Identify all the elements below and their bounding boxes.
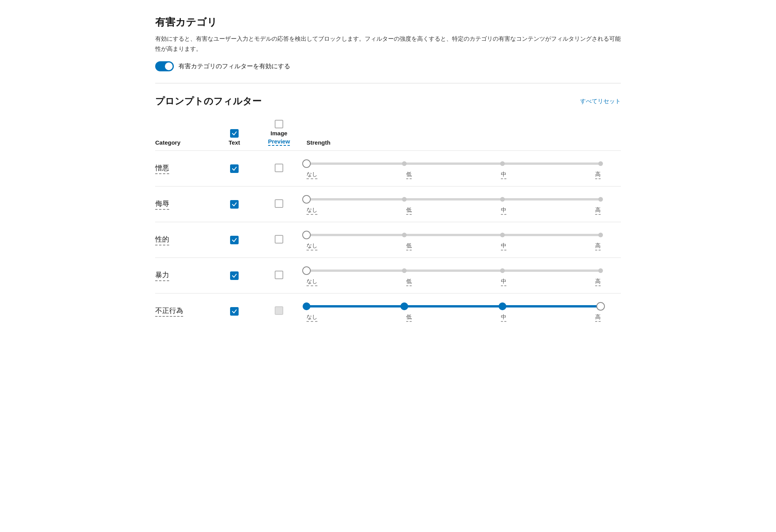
- col-header-text: Text: [217, 117, 256, 151]
- filter-section-title: プロンプトのフィルター: [155, 95, 262, 107]
- slider-dot: [598, 268, 603, 273]
- slider-thumb[interactable]: [302, 231, 311, 239]
- slider-label: 中: [501, 207, 506, 215]
- slider-label: なし: [307, 314, 317, 322]
- slider-thumb[interactable]: [302, 195, 311, 204]
- category-cell: 侮辱: [155, 187, 217, 222]
- image-checkbox[interactable]: [275, 235, 283, 244]
- category-name: 性的: [155, 235, 169, 245]
- text-checkbox[interactable]: [230, 164, 239, 173]
- slider-label: 低: [406, 207, 412, 215]
- filter-table: Category Text: [155, 117, 621, 329]
- slider-label: 高: [595, 314, 601, 322]
- image-checkbox[interactable]: [275, 164, 283, 172]
- slider-dot: [500, 161, 505, 166]
- strength-cell: なし低中高: [307, 222, 621, 258]
- col-header-image: Image Preview: [256, 117, 307, 151]
- image-checkbox-cell: [256, 222, 307, 258]
- text-checkbox-cell: [217, 258, 256, 294]
- slider-track[interactable]: [307, 198, 601, 200]
- image-checkbox-cell: [256, 187, 307, 222]
- category-name: 不正行為: [155, 306, 183, 317]
- section-description: 有効にすると、有害なユーザー入力とモデルの応答を検出してブロックします。フィルタ…: [155, 34, 621, 54]
- col-header-strength: Strength: [307, 117, 621, 151]
- text-checkbox-cell: [217, 187, 256, 222]
- text-checkbox[interactable]: [230, 200, 239, 209]
- text-header-checkbox[interactable]: [230, 129, 239, 138]
- slider-thumb[interactable]: [303, 302, 310, 310]
- slider-thumb[interactable]: [302, 159, 311, 168]
- reset-all-button[interactable]: すべてリセット: [580, 98, 621, 105]
- slider-label: 中: [501, 242, 506, 250]
- slider-label: 低: [406, 242, 412, 250]
- slider-label: 低: [406, 278, 412, 286]
- table-row: 侮辱なし低中高: [155, 187, 621, 222]
- image-checkbox-cell: [256, 294, 307, 329]
- filter-section: プロンプトのフィルター すべてリセット Category: [155, 95, 621, 329]
- image-preview-label: Preview: [268, 138, 290, 146]
- toggle-row: 有害カテゴリのフィルターを有効にする: [155, 61, 621, 71]
- slider-track[interactable]: [307, 234, 601, 236]
- section-title: 有害カテゴリ: [155, 16, 621, 29]
- slider-label: なし: [307, 278, 317, 286]
- table-row: 不正行為なし低中高: [155, 294, 621, 329]
- table-row: 暴力なし低中高: [155, 258, 621, 294]
- image-header-checkbox[interactable]: [275, 120, 283, 128]
- strength-cell: なし低中高: [307, 187, 621, 222]
- toggle-label: 有害カテゴリのフィルターを有効にする: [178, 62, 290, 71]
- slider-dot: [402, 233, 407, 237]
- slider-label: 高: [595, 207, 601, 215]
- slider-dot: [402, 161, 407, 166]
- image-checkbox-disabled: [275, 306, 283, 315]
- slider-track[interactable]: [307, 305, 601, 307]
- slider-label: 高: [595, 171, 601, 179]
- slider-label: 低: [406, 314, 412, 322]
- image-checkbox-cell: [256, 258, 307, 294]
- slider-label: 中: [501, 314, 506, 322]
- harmful-category-section: 有害カテゴリ 有効にすると、有害なユーザー入力とモデルの応答を検出してブロックし…: [155, 16, 621, 83]
- slider-label: 低: [406, 171, 412, 179]
- slider-dot: [598, 197, 603, 202]
- slider-dot: [598, 233, 603, 237]
- slider-dot: [500, 233, 505, 237]
- text-checkbox-cell: [217, 222, 256, 258]
- slider-dot: [500, 268, 505, 273]
- category-name: 侮辱: [155, 199, 169, 210]
- slider-track[interactable]: [307, 162, 601, 165]
- slider-label: 高: [595, 278, 601, 286]
- slider-thumb[interactable]: [302, 266, 311, 275]
- slider-dot: [402, 268, 407, 273]
- table-row: 憎悪なし低中高: [155, 151, 621, 187]
- slider-track[interactable]: [307, 269, 601, 272]
- image-checkbox[interactable]: [275, 271, 283, 279]
- filter-header: プロンプトのフィルター すべてリセット: [155, 95, 621, 107]
- slider-label: 中: [501, 171, 506, 179]
- col-header-category: Category: [155, 117, 217, 151]
- slider-dot: [500, 197, 505, 202]
- category-name: 暴力: [155, 270, 169, 281]
- image-checkbox[interactable]: [275, 199, 283, 208]
- strength-cell: なし低中高: [307, 151, 621, 187]
- text-checkbox[interactable]: [230, 307, 239, 316]
- harmful-category-toggle[interactable]: [155, 61, 174, 71]
- strength-cell: なし低中高: [307, 258, 621, 294]
- image-checkbox-cell: [256, 151, 307, 187]
- strength-cell: なし低中高: [307, 294, 621, 329]
- category-cell: 暴力: [155, 258, 217, 294]
- category-cell: 性的: [155, 222, 217, 258]
- slider-thumb[interactable]: [596, 302, 605, 311]
- slider-label: なし: [307, 171, 317, 179]
- slider-thumb[interactable]: [499, 302, 506, 310]
- slider-label: なし: [307, 242, 317, 250]
- slider-dot: [598, 161, 603, 166]
- text-checkbox[interactable]: [230, 271, 239, 280]
- category-name: 憎悪: [155, 163, 169, 174]
- slider-thumb[interactable]: [400, 302, 408, 310]
- text-checkbox[interactable]: [230, 236, 239, 244]
- slider-label: なし: [307, 207, 317, 215]
- slider-dot: [402, 197, 407, 202]
- text-checkbox-cell: [217, 294, 256, 329]
- table-row: 性的なし低中高: [155, 222, 621, 258]
- category-cell: 憎悪: [155, 151, 217, 187]
- category-cell: 不正行為: [155, 294, 217, 329]
